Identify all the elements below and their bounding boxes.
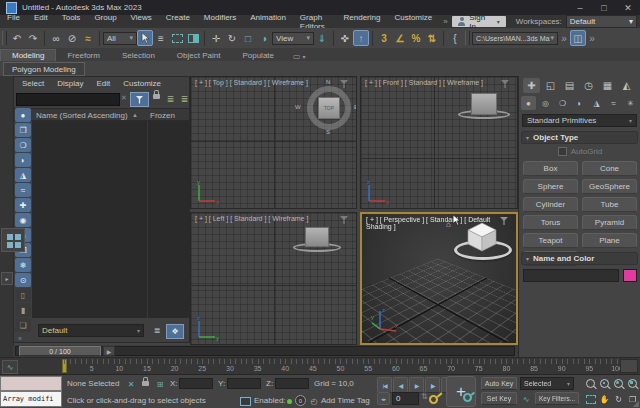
current-frame-field[interactable]: 0 bbox=[392, 392, 419, 405]
viewport-perspective-label[interactable]: [ + ] [ Perspective ] [ Standard ] [ Def… bbox=[366, 216, 516, 230]
create-cylinder-button[interactable]: Cylinder bbox=[523, 197, 578, 212]
tab-populate[interactable]: Populate bbox=[231, 50, 285, 61]
maximize-button[interactable]: □ bbox=[592, 0, 616, 15]
dock-flyout-button[interactable]: ▸ bbox=[1, 272, 13, 285]
adaptive-degradation-icon[interactable] bbox=[240, 397, 251, 406]
zoom-button[interactable] bbox=[584, 376, 597, 391]
tab-hierarchy[interactable]: ▤ bbox=[561, 78, 578, 93]
category-cameras[interactable]: ◗ bbox=[572, 96, 587, 110]
display-frozen-toggle[interactable]: ❄ bbox=[15, 258, 31, 272]
viewport-layout-tab-button[interactable] bbox=[1, 228, 25, 252]
window-crossing-toggle[interactable] bbox=[185, 30, 201, 46]
unlink-selection-icon[interactable]: ⊘ bbox=[64, 30, 80, 46]
select-by-name-button[interactable]: ≡ bbox=[153, 30, 169, 46]
bind-to-spacewarp-icon[interactable]: ≈ bbox=[80, 30, 96, 46]
undo-button[interactable]: ↶ bbox=[9, 30, 25, 46]
maxscript-listener-field[interactable]: Array modifi bbox=[0, 391, 62, 407]
create-cone-button[interactable]: Cone bbox=[582, 161, 637, 176]
display-all-toggle[interactable]: ● bbox=[15, 108, 31, 122]
primitive-category-dropdown[interactable]: Standard Primitives ▾ bbox=[522, 114, 637, 127]
set-keys-large-button[interactable]: + bbox=[446, 376, 476, 407]
minimize-button[interactable]: – bbox=[568, 0, 592, 15]
select-object-button[interactable] bbox=[137, 30, 153, 46]
display-helpers-toggle[interactable]: ◮ bbox=[15, 168, 31, 182]
tab-display[interactable]: ▦ bbox=[599, 78, 616, 93]
viewport-left[interactable]: [ + ] [ Left ] [ Standard ] [ Wireframe … bbox=[190, 212, 357, 345]
viewport-top-label[interactable]: [ + ] [ Top ] [ Standard ] [ Wireframe ] bbox=[195, 79, 308, 86]
track-bar-ticks[interactable] bbox=[64, 359, 618, 364]
display-cameras-toggle[interactable]: ◗ bbox=[15, 153, 31, 167]
autogrid-checkbox[interactable] bbox=[558, 147, 567, 156]
filter-button[interactable] bbox=[130, 92, 149, 107]
create-teapot-button[interactable]: Teapot bbox=[523, 233, 578, 248]
viewport-perspective-active[interactable]: [ + ] [ Perspective ] [ Standard ] [ Def… bbox=[360, 212, 518, 345]
explorer-column-header[interactable]: Name (Sorted Ascending) ▲ Frozen bbox=[14, 108, 189, 121]
counter-badge[interactable]: 0 bbox=[295, 395, 306, 406]
create-sphere-button[interactable]: Sphere bbox=[523, 179, 578, 194]
display-lights-toggle[interactable]: ❍ bbox=[15, 138, 31, 152]
new-key-tangent-icon[interactable]: ∿ bbox=[520, 394, 532, 404]
category-spacewarps[interactable]: ≈ bbox=[606, 96, 621, 110]
select-and-rotate-button[interactable]: ↻ bbox=[224, 30, 240, 46]
category-lights[interactable]: ❍ bbox=[555, 96, 570, 110]
toolbar-overflow-chevron[interactable]: » bbox=[558, 30, 570, 46]
create-plane-button[interactable]: Plane bbox=[582, 233, 637, 248]
create-pyramid-button[interactable]: Pyramid bbox=[582, 215, 637, 230]
next-frame-nudge-button[interactable]: ▶ bbox=[103, 346, 115, 356]
toolbar-grip[interactable] bbox=[2, 31, 7, 45]
percent-snap-toggle[interactable]: % bbox=[408, 30, 424, 46]
menu-customize[interactable]: Customize bbox=[123, 79, 161, 88]
funnel-icon[interactable] bbox=[340, 216, 348, 224]
select-children-icon[interactable]: ≣ bbox=[164, 92, 177, 105]
tab-create[interactable]: ✚ bbox=[523, 78, 540, 93]
display-hidden-toggle[interactable]: ⊙ bbox=[15, 273, 31, 287]
polygon-modeling-panel-button[interactable]: Polygon Modeling bbox=[3, 62, 85, 76]
redo-button[interactable]: ↷ bbox=[25, 30, 41, 46]
add-time-tag[interactable]: Add Time Tag bbox=[321, 396, 370, 405]
selection-lock-icon[interactable] bbox=[142, 381, 149, 386]
workspace-dropdown[interactable]: Default ▾ bbox=[566, 15, 637, 28]
spinner-snap-toggle[interactable]: ⇅ bbox=[424, 30, 440, 46]
auto-key-button[interactable]: Auto Key bbox=[481, 377, 517, 390]
display-xrefs-toggle[interactable]: ◉ bbox=[15, 213, 31, 227]
name-and-color-rollout[interactable]: ▾ Name and Color bbox=[521, 252, 638, 265]
display-materials-toggle[interactable]: ▯ bbox=[15, 288, 31, 302]
z-coordinate-field[interactable] bbox=[275, 378, 309, 389]
zoom-all-button[interactable] bbox=[598, 376, 611, 391]
time-slider-handle[interactable]: 0 / 100 bbox=[19, 346, 101, 356]
go-to-start-button[interactable]: |◀ bbox=[377, 377, 392, 393]
zoom-extents-button[interactable] bbox=[612, 376, 625, 391]
viewport-top[interactable]: [ + ] [ Top ] [ Standard ] [ Wireframe ]… bbox=[190, 76, 357, 209]
absolute-offset-mode-icon[interactable]: ⊞ bbox=[154, 378, 166, 390]
x-coordinate-field[interactable] bbox=[179, 378, 213, 389]
orbit-button[interactable]: ↻ bbox=[612, 392, 625, 407]
layer-dropdown[interactable]: Default▾ bbox=[38, 324, 144, 337]
tab-selection[interactable]: Selection bbox=[111, 50, 166, 61]
key-selection-dropdown[interactable]: Selected▾ bbox=[520, 377, 574, 390]
selection-filter-d ropdown[interactable]: All▾ bbox=[103, 32, 137, 45]
menu-edit[interactable]: Edit bbox=[96, 79, 110, 88]
zoom-region-button[interactable] bbox=[584, 392, 597, 407]
menu-select[interactable]: Select bbox=[22, 79, 44, 88]
create-tube-button[interactable]: Tube bbox=[582, 197, 637, 212]
tab-utilities[interactable]: ◭ bbox=[618, 78, 635, 93]
lock-explorer-icon[interactable] bbox=[153, 94, 160, 99]
viewport-front-label[interactable]: [ + ] [ Front ] [ Standard ] [ Wireframe… bbox=[365, 79, 483, 86]
funnel-icon[interactable] bbox=[501, 80, 509, 88]
viewport-front[interactable]: [ + ] [ Front ] [ Standard ] [ Wireframe… bbox=[360, 76, 518, 209]
search-input[interactable] bbox=[16, 93, 120, 106]
next-frame-button[interactable]: |▶ bbox=[425, 377, 440, 393]
object-color-swatch[interactable] bbox=[623, 269, 637, 282]
render-setup-button[interactable]: ◫ bbox=[570, 30, 586, 46]
tab-freeform[interactable]: Freeform bbox=[56, 50, 110, 61]
compass-w[interactable]: W bbox=[295, 104, 301, 110]
isolate-selection-icon[interactable]: ✕ bbox=[125, 378, 137, 390]
object-name-field[interactable] bbox=[523, 269, 619, 282]
select-and-manipulate-button[interactable]: ✜ bbox=[337, 30, 353, 46]
select-and-link-icon[interactable]: ∞ bbox=[48, 30, 64, 46]
select-and-move-button[interactable]: ✛ bbox=[208, 30, 224, 46]
project-folder-dropdown[interactable]: C:\Users\MAN...3ds Max 2021▾ bbox=[472, 32, 558, 45]
compass-s[interactable]: S bbox=[326, 129, 330, 135]
window-resize-grip[interactable]: ◢ bbox=[633, 399, 639, 408]
display-spacewarps-toggle[interactable]: ≈ bbox=[15, 183, 31, 197]
